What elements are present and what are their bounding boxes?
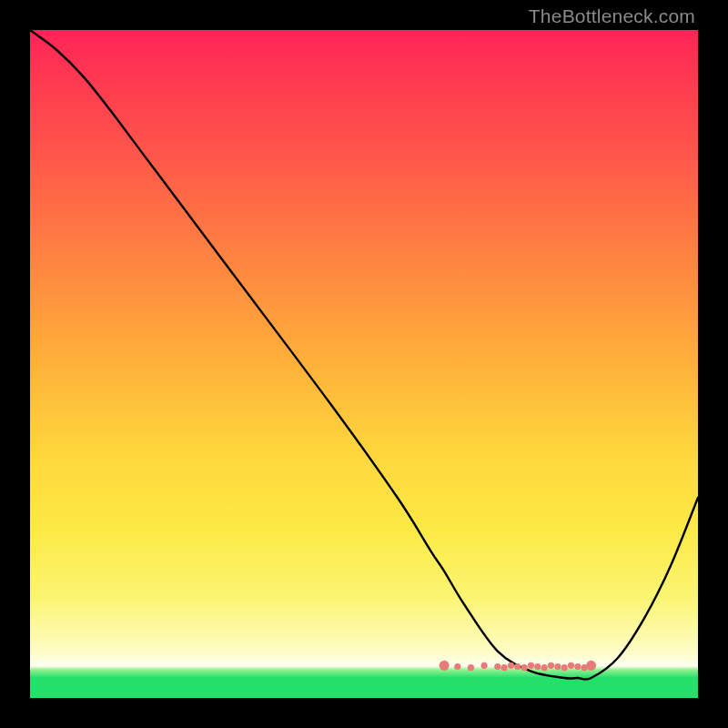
chart-svg (30, 30, 698, 698)
flat-zone-marker (521, 664, 528, 671)
flat-zone-marker (468, 664, 474, 671)
flat-zone-marker (454, 663, 460, 670)
bottleneck-curve-line (30, 30, 698, 680)
flat-zone-marker (440, 661, 450, 671)
flat-zone-marker (554, 663, 561, 670)
flat-zone-marker (541, 664, 548, 671)
flat-zone-marker (568, 662, 574, 669)
flat-zone-marker (514, 663, 521, 670)
flat-zone-marker (501, 664, 508, 671)
flat-zone-marker (586, 661, 596, 671)
plot-area (30, 30, 698, 698)
flat-zone-marker (574, 663, 581, 670)
flat-zone-marker (548, 662, 554, 669)
flat-zone-marker (494, 663, 500, 670)
chart-frame: TheBottleneck.com (0, 0, 728, 728)
flat-zone-marker (481, 662, 488, 669)
flat-zone-marker (508, 662, 514, 669)
flat-zone-marker (528, 662, 534, 669)
flat-zone-marker-group (440, 661, 596, 672)
flat-zone-marker (534, 663, 541, 670)
flat-zone-marker (561, 664, 568, 671)
watermark-text: TheBottleneck.com (529, 5, 695, 27)
